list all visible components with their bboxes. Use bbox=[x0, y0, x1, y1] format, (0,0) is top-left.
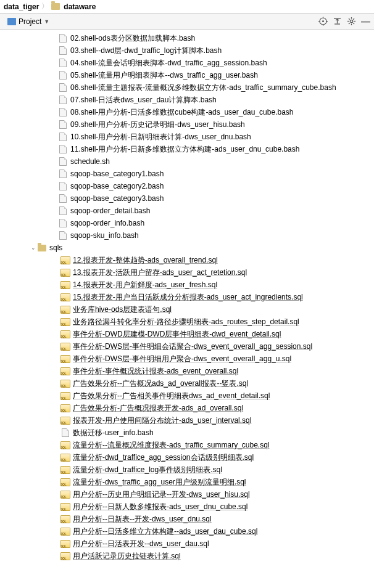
folder-icon bbox=[38, 245, 46, 251]
tree-file[interactable]: 04.shell-流量会话明细表脚本-dwd_traffic_agg_sessi… bbox=[0, 57, 374, 69]
tree-item-label: 流量分析-dwd_traffice_agg_session会话级别明细表.sql bbox=[73, 452, 254, 463]
tree-file[interactable]: schedule.sh bbox=[0, 155, 374, 168]
svg-line-17 bbox=[349, 23, 350, 24]
tree-file[interactable]: 用户分析--历史用户明细记录--开发-dws_user_hisu.sql bbox=[0, 488, 374, 500]
sql-file-icon bbox=[60, 404, 70, 412]
tree-file[interactable]: 11.shell-用户分析-日新多维数据立方体构建-ads_user_dnu_c… bbox=[0, 143, 374, 155]
tree-file[interactable]: 03.shell--dwd层-dwd_traffic_log计算脚本.bash bbox=[0, 44, 374, 57]
tree-file[interactable]: 07.shell-日活表dws_user_dau计算脚本.bash bbox=[0, 94, 374, 106]
file-icon bbox=[59, 206, 67, 215]
tree-file[interactable]: 业务库hive-ods层建表语句.sql bbox=[0, 303, 374, 316]
tree-folder[interactable]: ⌄sqls bbox=[0, 242, 374, 254]
tree-file[interactable]: sqoop-base_category3.bash bbox=[0, 192, 374, 205]
tree-file[interactable]: 12.报表开发-整体趋势-ads_overall_trend.sql bbox=[0, 254, 374, 266]
tree-file[interactable]: 用户活跃记录历史拉链表计算.sql bbox=[0, 550, 374, 562]
tree-item-label: 08.shell-用户分析-日活多维数据cube构建-ads_user_dau_… bbox=[70, 107, 293, 118]
tree-file[interactable]: 15.报表开发-用户当日活跃成分分析报表-ads_user_act_ingred… bbox=[0, 291, 374, 303]
file-icon bbox=[59, 219, 67, 227]
tree-file[interactable]: 事件分析-DWS层-事件明细用户聚合-dws_event_overall_agg… bbox=[0, 353, 374, 365]
tree-file[interactable]: 流量分析--流量概况维度报表-ads_traffic_summary_cube.… bbox=[0, 439, 374, 451]
tree-file[interactable]: 09.shell-用户分析-历史记录明细-dws_user_hisu.bash bbox=[0, 118, 374, 131]
sql-icon-wrap bbox=[60, 551, 70, 561]
file-icon-wrap bbox=[58, 206, 68, 216]
sql-file-icon bbox=[60, 380, 70, 388]
sql-icon-wrap bbox=[60, 465, 70, 475]
tree-item-label: 流量分析-dwd_traffice_log事件级别明细表.sql bbox=[73, 465, 222, 475]
tree-file[interactable]: 流量分析-dwd_traffice_agg_session会话级别明细表.sql bbox=[0, 451, 374, 463]
tree-item-label: 用户活跃记录历史拉链表计算.sql bbox=[73, 551, 181, 561]
tree-file[interactable]: 用户分析--日活多维立方体构建--ads_user_dau_cube.sql bbox=[0, 525, 374, 537]
tree-item-label: 用户分析--日活多维立方体构建--ads_user_dau_cube.sql bbox=[73, 526, 257, 537]
file-icon-wrap bbox=[60, 428, 70, 438]
sql-file-icon bbox=[60, 256, 70, 264]
tree-item-label: 04.shell-流量会话明细表脚本-dwd_traffic_agg_sessi… bbox=[70, 58, 267, 68]
tree-file[interactable]: 业务路径漏斗转化率分析-路径步骤明细表-ads_routes_step_deta… bbox=[0, 316, 374, 328]
tree-file[interactable]: 事件分析-DWS层-事件明细会话聚合-dws_event_overall_agg… bbox=[0, 340, 374, 353]
tree-file[interactable]: sqoop-order_info.bash bbox=[0, 217, 374, 229]
file-icon bbox=[59, 145, 67, 153]
tree-file[interactable]: 报表开发-用户使用间隔分布统计-ads_user_interval.sql bbox=[0, 414, 374, 427]
gear-icon[interactable] bbox=[347, 17, 356, 26]
tree-item-label: 用户分析--历史用户明细记录--开发-dws_user_hisu.sql bbox=[73, 489, 250, 500]
hide-icon[interactable]: — bbox=[361, 17, 370, 26]
project-scope-selector[interactable]: Project ▼ bbox=[4, 16, 53, 27]
tree-file[interactable]: 事件分析-DWD层建模-DWD层事件明细表-dwd_event_detail.s… bbox=[0, 328, 374, 340]
tree-file[interactable]: 广告效果分析-广告概况报表开发-ads_ad_overall.sql bbox=[0, 402, 374, 414]
tree-file[interactable]: 06.shell-流量主题报表-流量概况多维数据立方体-ads_traffic_… bbox=[0, 81, 374, 94]
tree-file[interactable]: 08.shell-用户分析-日活多维数据cube构建-ads_user_dau_… bbox=[0, 106, 374, 118]
tree-file[interactable]: 数据迁移-user_info.bash bbox=[0, 427, 374, 439]
sql-icon-wrap bbox=[60, 477, 70, 487]
tree-file[interactable]: 流量分析-dwd_traffice_log事件级别明细表.sql bbox=[0, 463, 374, 476]
breadcrumb-separator: 〉 bbox=[41, 1, 49, 12]
tree-file[interactable]: 事件分析-事件概况统计报表-ads_event_overall.sql bbox=[0, 365, 374, 377]
sql-icon-wrap bbox=[60, 502, 70, 512]
breadcrumb[interactable]: data_tiger 〉 dataware bbox=[0, 0, 374, 14]
breadcrumb-parent[interactable]: data_tiger bbox=[4, 2, 39, 11]
tree-file[interactable]: sqoop-base_category2.bash bbox=[0, 180, 374, 192]
tree-file[interactable]: sqoop-sku_info.bash bbox=[0, 229, 374, 242]
tree-file[interactable]: sqoop-base_category1.bash bbox=[0, 168, 374, 180]
tree-item-label: 事件分析-DWS层-事件明细会话聚合-dws_event_overall_agg… bbox=[73, 341, 312, 352]
file-icon bbox=[59, 46, 67, 55]
svg-line-15 bbox=[353, 23, 354, 24]
file-icon bbox=[59, 83, 67, 92]
file-icon-wrap bbox=[58, 231, 68, 240]
tree-item-label: sqoop-base_category2.bash bbox=[70, 182, 164, 190]
sql-file-icon bbox=[60, 528, 70, 536]
tree-file[interactable]: 用户分析--日新人数多维报表-ads_user_dnu_cube.sql bbox=[0, 500, 374, 513]
tree-file[interactable]: 用户分析--日新表--开发-dws_user_dnu.sql bbox=[0, 513, 374, 525]
breadcrumb-current[interactable]: dataware bbox=[64, 2, 96, 11]
tree-item-label: 09.shell-用户分析-历史记录明细-dws_user_hisu.bash bbox=[70, 120, 245, 130]
tree-item-label: 事件分析-DWD层建模-DWD层事件明细表-dwd_event_detail.s… bbox=[73, 329, 281, 340]
tree-file[interactable]: 02.shell-ods表分区数据加载脚本.bash bbox=[0, 32, 374, 44]
expand-arrow-icon[interactable]: ⌄ bbox=[30, 245, 37, 251]
sql-file-icon bbox=[60, 293, 70, 301]
sql-file-icon bbox=[60, 491, 70, 499]
sql-file-icon bbox=[60, 417, 70, 425]
project-tree[interactable]: 02.shell-ods表分区数据加载脚本.bash03.shell--dwd层… bbox=[0, 30, 374, 588]
svg-line-16 bbox=[353, 18, 354, 20]
sql-icon-wrap bbox=[60, 317, 70, 327]
tree-file[interactable]: 广告效果分析--广告相关事件明细表dws_ad_event_detail.sql bbox=[0, 390, 374, 402]
sql-file-icon bbox=[60, 318, 70, 326]
tree-file[interactable]: 流量分析-dws_traffic_agg_user用户级别流量明细.sql bbox=[0, 476, 374, 488]
sql-file-icon bbox=[60, 515, 70, 523]
tree-file[interactable]: sqoop-order_detail.bash bbox=[0, 205, 374, 217]
file-icon-wrap bbox=[58, 169, 68, 179]
file-icon-wrap bbox=[58, 120, 68, 129]
toolbar: Project ▼ — bbox=[0, 14, 374, 30]
sql-file-icon bbox=[60, 503, 70, 511]
collapse-icon[interactable] bbox=[333, 17, 342, 26]
tree-item-label: 流量分析--流量概况维度报表-ads_traffic_summary_cube.… bbox=[73, 440, 270, 451]
tree-file[interactable]: 用户分析--日活表开发--dws_user_dau.sql bbox=[0, 537, 374, 550]
tree-file[interactable]: 05.shell-流量用户明细表脚本--dws_traffic_agg_user… bbox=[0, 69, 374, 81]
tree-file[interactable]: 14.报表开发-用户新鲜度-ads_user_fresh.sql bbox=[0, 279, 374, 291]
tree-item-label: 用户分析--日新表--开发-dws_user_dnu.sql bbox=[73, 514, 212, 525]
tree-item-label: sqoop-base_category1.bash bbox=[70, 169, 164, 178]
tree-file[interactable]: 10.shell-用户分析-日新明细表计算-dws_user_dnu.bash bbox=[0, 131, 374, 143]
tree-item-label: schedule.sh bbox=[70, 157, 110, 166]
target-icon[interactable] bbox=[318, 17, 328, 26]
tree-file[interactable]: 13.报表开发-活跃用户留存-ads_user_act_retetion.sql bbox=[0, 266, 374, 279]
tree-file[interactable]: 广告效果分析--广告概况ads_ad_overall报表--竖表.sql bbox=[0, 377, 374, 390]
folder-icon-wrap bbox=[37, 243, 47, 253]
